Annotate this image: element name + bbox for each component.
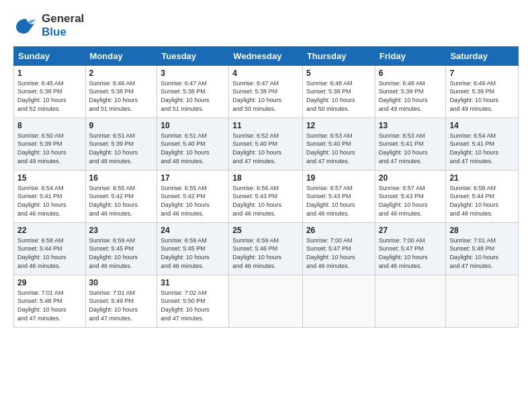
calendar-cell: 17Sunrise: 6:55 AM Sunset: 5:42 PM Dayli… — [157, 170, 229, 222]
calendar-week-row: 15Sunrise: 6:54 AM Sunset: 5:41 PM Dayli… — [14, 170, 519, 222]
day-number: 17 — [161, 173, 225, 183]
day-number: 5 — [306, 68, 371, 78]
calendar-cell: 5Sunrise: 6:48 AM Sunset: 5:38 PM Daylig… — [302, 65, 375, 118]
calendar-cell: 16Sunrise: 6:55 AM Sunset: 5:42 PM Dayli… — [85, 170, 157, 222]
calendar-cell: 12Sunrise: 6:53 AM Sunset: 5:40 PM Dayli… — [302, 118, 375, 170]
day-info: Sunrise: 6:48 AM Sunset: 5:38 PM Dayligh… — [306, 79, 371, 113]
calendar-cell: 20Sunrise: 6:57 AM Sunset: 5:43 PM Dayli… — [375, 170, 446, 222]
day-info: Sunrise: 6:57 AM Sunset: 5:43 PM Dayligh… — [306, 184, 371, 218]
weekday-header-tuesday: Tuesday — [157, 46, 229, 65]
calendar-week-row: 1Sunrise: 6:45 AM Sunset: 5:38 PM Daylig… — [14, 65, 519, 118]
weekday-header-row: SundayMondayTuesdayWednesdayThursdayFrid… — [14, 46, 519, 65]
day-info: Sunrise: 6:59 AM Sunset: 5:45 PM Dayligh… — [161, 236, 225, 270]
calendar-cell — [375, 275, 446, 327]
day-number: 20 — [379, 173, 443, 183]
weekday-header-sunday: Sunday — [14, 46, 86, 65]
calendar-cell: 11Sunrise: 6:52 AM Sunset: 5:40 PM Dayli… — [229, 118, 303, 170]
day-info: Sunrise: 7:02 AM Sunset: 5:50 PM Dayligh… — [161, 289, 225, 322]
day-info: Sunrise: 6:54 AM Sunset: 5:41 PM Dayligh… — [449, 132, 515, 165]
day-number: 8 — [17, 121, 82, 130]
calendar-cell — [302, 275, 375, 327]
day-number: 25 — [232, 226, 299, 235]
calendar-cell: 8Sunrise: 6:50 AM Sunset: 5:39 PM Daylig… — [14, 118, 86, 170]
day-info: Sunrise: 6:52 AM Sunset: 5:40 PM Dayligh… — [232, 132, 299, 165]
day-number: 10 — [161, 121, 225, 130]
day-info: Sunrise: 7:01 AM Sunset: 5:48 PM Dayligh… — [449, 236, 515, 270]
calendar-cell — [446, 275, 519, 327]
day-number: 6 — [379, 68, 443, 78]
day-info: Sunrise: 6:47 AM Sunset: 5:38 PM Dayligh… — [161, 79, 225, 113]
calendar-cell: 23Sunrise: 6:59 AM Sunset: 5:45 PM Dayli… — [85, 222, 157, 275]
day-number: 19 — [306, 173, 371, 183]
day-info: Sunrise: 6:53 AM Sunset: 5:40 PM Dayligh… — [306, 132, 371, 165]
logo-bird-svg — [13, 13, 38, 38]
day-number: 27 — [379, 226, 443, 235]
day-number: 2 — [89, 68, 154, 78]
calendar-cell: 24Sunrise: 6:59 AM Sunset: 5:45 PM Dayli… — [157, 222, 229, 275]
day-number: 30 — [89, 278, 154, 287]
calendar-cell: 2Sunrise: 6:46 AM Sunset: 5:38 PM Daylig… — [85, 65, 157, 118]
calendar-cell: 1Sunrise: 6:45 AM Sunset: 5:38 PM Daylig… — [14, 65, 86, 118]
day-info: Sunrise: 6:58 AM Sunset: 5:44 PM Dayligh… — [17, 236, 82, 270]
calendar-cell: 26Sunrise: 7:00 AM Sunset: 5:47 PM Dayli… — [302, 222, 375, 275]
day-number: 28 — [449, 226, 515, 235]
day-number: 11 — [232, 121, 299, 130]
day-info: Sunrise: 6:59 AM Sunset: 5:45 PM Dayligh… — [89, 236, 154, 270]
day-info: Sunrise: 6:58 AM Sunset: 5:44 PM Dayligh… — [449, 184, 515, 218]
day-info: Sunrise: 6:47 AM Sunset: 5:38 PM Dayligh… — [232, 79, 299, 113]
calendar-cell: 30Sunrise: 7:01 AM Sunset: 5:49 PM Dayli… — [85, 275, 157, 327]
calendar-cell: 21Sunrise: 6:58 AM Sunset: 5:44 PM Dayli… — [446, 170, 519, 222]
header: General Blue — [13, 12, 519, 40]
logo: General Blue — [13, 12, 84, 40]
day-info: Sunrise: 6:53 AM Sunset: 5:41 PM Dayligh… — [379, 132, 443, 165]
day-info: Sunrise: 6:54 AM Sunset: 5:41 PM Dayligh… — [17, 184, 82, 218]
day-info: Sunrise: 6:51 AM Sunset: 5:40 PM Dayligh… — [161, 132, 225, 165]
calendar-cell: 25Sunrise: 6:59 AM Sunset: 5:46 PM Dayli… — [229, 222, 303, 275]
calendar-cell: 4Sunrise: 6:47 AM Sunset: 5:38 PM Daylig… — [229, 65, 303, 118]
calendar-week-row: 22Sunrise: 6:58 AM Sunset: 5:44 PM Dayli… — [14, 222, 519, 275]
day-number: 22 — [17, 226, 82, 235]
calendar-cell: 19Sunrise: 6:57 AM Sunset: 5:43 PM Dayli… — [302, 170, 375, 222]
day-info: Sunrise: 6:50 AM Sunset: 5:39 PM Dayligh… — [17, 132, 82, 165]
day-number: 16 — [89, 173, 154, 183]
calendar-cell: 27Sunrise: 7:00 AM Sunset: 5:47 PM Dayli… — [375, 222, 446, 275]
calendar-cell: 10Sunrise: 6:51 AM Sunset: 5:40 PM Dayli… — [157, 118, 229, 170]
day-number: 31 — [161, 278, 225, 287]
day-number: 3 — [161, 68, 225, 78]
day-info: Sunrise: 6:51 AM Sunset: 5:39 PM Dayligh… — [89, 132, 154, 165]
calendar-cell: 15Sunrise: 6:54 AM Sunset: 5:41 PM Dayli… — [14, 170, 86, 222]
day-info: Sunrise: 6:59 AM Sunset: 5:46 PM Dayligh… — [232, 236, 299, 270]
logo-text: General Blue — [42, 12, 84, 40]
day-info: Sunrise: 6:46 AM Sunset: 5:38 PM Dayligh… — [89, 79, 154, 113]
weekday-header-monday: Monday — [85, 46, 157, 65]
logo-icon — [13, 13, 38, 38]
day-number: 12 — [306, 121, 371, 130]
day-info: Sunrise: 6:55 AM Sunset: 5:42 PM Dayligh… — [89, 184, 154, 218]
calendar-cell: 3Sunrise: 6:47 AM Sunset: 5:38 PM Daylig… — [157, 65, 229, 118]
day-number: 24 — [161, 226, 225, 235]
calendar-cell: 29Sunrise: 7:01 AM Sunset: 5:48 PM Dayli… — [14, 275, 86, 327]
day-info: Sunrise: 7:01 AM Sunset: 5:49 PM Dayligh… — [89, 289, 154, 322]
calendar-week-row: 8Sunrise: 6:50 AM Sunset: 5:39 PM Daylig… — [14, 118, 519, 170]
day-info: Sunrise: 6:45 AM Sunset: 5:38 PM Dayligh… — [17, 79, 82, 113]
calendar-cell: 18Sunrise: 6:56 AM Sunset: 5:43 PM Dayli… — [229, 170, 303, 222]
calendar-cell: 7Sunrise: 6:49 AM Sunset: 5:39 PM Daylig… — [446, 65, 519, 118]
calendar-cell: 9Sunrise: 6:51 AM Sunset: 5:39 PM Daylig… — [85, 118, 157, 170]
day-number: 29 — [17, 278, 82, 287]
day-number: 15 — [17, 173, 82, 183]
calendar-cell: 28Sunrise: 7:01 AM Sunset: 5:48 PM Dayli… — [446, 222, 519, 275]
day-info: Sunrise: 6:49 AM Sunset: 5:39 PM Dayligh… — [379, 79, 443, 113]
weekday-header-thursday: Thursday — [302, 46, 375, 65]
calendar-cell — [229, 275, 303, 327]
day-number: 26 — [306, 226, 371, 235]
day-info: Sunrise: 6:49 AM Sunset: 5:39 PM Dayligh… — [449, 79, 515, 113]
day-info: Sunrise: 6:55 AM Sunset: 5:42 PM Dayligh… — [161, 184, 225, 218]
calendar-cell: 6Sunrise: 6:49 AM Sunset: 5:39 PM Daylig… — [375, 65, 446, 118]
day-number: 14 — [449, 121, 515, 130]
page: General Blue SundayMondayTuesdayWednesda… — [0, 0, 532, 336]
day-number: 18 — [232, 173, 299, 183]
weekday-header-saturday: Saturday — [446, 46, 519, 65]
calendar-week-row: 29Sunrise: 7:01 AM Sunset: 5:48 PM Dayli… — [14, 275, 519, 327]
day-number: 23 — [89, 226, 154, 235]
day-info: Sunrise: 7:00 AM Sunset: 5:47 PM Dayligh… — [306, 236, 371, 270]
